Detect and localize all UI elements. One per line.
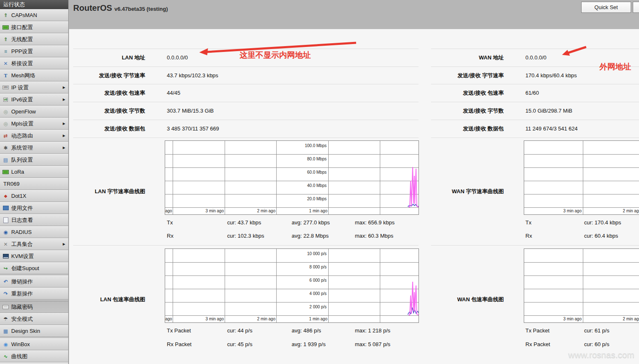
- sidebar-item-log[interactable]: 日志查看: [0, 214, 68, 226]
- sidebar-item-redo[interactable]: 重新操作: [0, 288, 68, 300]
- dot1x-icon: [2, 193, 9, 199]
- sidebar-item-tr069[interactable]: TR069: [0, 178, 68, 190]
- sidebar-item-tools[interactable]: 工具集合: [0, 238, 68, 250]
- submenu-arrow-icon: [63, 134, 65, 138]
- wan-annotation-arrow: [568, 47, 586, 53]
- sidebar-item-design-skin[interactable]: Design Skin: [0, 325, 68, 337]
- partial-button[interactable]: [633, 2, 639, 13]
- sidebar-item-files[interactable]: 使用文件: [0, 202, 68, 214]
- log-icon: [2, 217, 9, 224]
- sidebar-item-undo[interactable]: 撤销操作: [0, 275, 68, 288]
- sidebar-item-partial[interactable]: [0, 362, 68, 364]
- redo-icon: [2, 290, 9, 297]
- sidebar-item-kvm[interactable]: KVM设置: [0, 250, 68, 262]
- sidebar-item-make-supout[interactable]: 创建Supout: [0, 262, 68, 274]
- sidebar-item-bridge[interactable]: 桥接设置: [0, 57, 68, 69]
- gridline: [583, 141, 583, 214]
- safe-mode-icon: [2, 316, 9, 322]
- capsman-icon: [2, 12, 9, 19]
- sidebar-item-wireless[interactable]: 无线配置: [0, 33, 68, 45]
- sidebar-item-dot1x[interactable]: Dot1X: [0, 190, 68, 202]
- lan-byte-rate-row: 发送/接收 字节速率43.7 kbps/102.3 kbps: [73, 66, 218, 84]
- x-tick: 1 min ago: [277, 209, 327, 213]
- wan-packet-rate-row: 发送/接收 包速率61/60: [432, 84, 539, 102]
- wan-tx-stats: Tx cur: 170.4 kbps: [525, 218, 639, 227]
- sidebar-item-ip[interactable]: IP 设置: [0, 81, 68, 93]
- routing-icon: [2, 133, 9, 139]
- divider: [431, 245, 639, 246]
- wan-address-row: WAN 地址0.0.0.0/0: [432, 49, 547, 66]
- submenu-arrow-icon: [63, 86, 65, 89]
- app-title: RouterOS v6.47beta35 (testing): [73, 3, 168, 13]
- sidebar-item-queues[interactable]: 队列设置: [0, 154, 68, 166]
- submenu-arrow-icon: [63, 242, 65, 246]
- lan-bytes-row: 发送/接收 字节数303.7 MiB/15.3 GiB: [73, 102, 214, 120]
- wan-byte-rate-row: 发送/接收 字节速率170.4 kbps/60.4 kbps: [432, 66, 577, 84]
- sidebar-item-graphs[interactable]: 曲线图: [0, 350, 68, 362]
- x-tick: 3 min ago: [173, 209, 224, 213]
- wan-annotation-arrowhead: [562, 50, 570, 56]
- queues-icon: [2, 157, 9, 163]
- lan-rx-stats: Rx cur: 102.3 kbps avg: 22.8 Mbps max: 6…: [167, 231, 425, 241]
- lan-byte-graph: 100.0 Mbps 80.0 Mbps 60.0 Mbps 40.0 Mbps…: [165, 140, 419, 215]
- wan-bytes-row: 发送/接收 字节数15.0 GiB/298.7 MiB: [432, 102, 572, 120]
- gridline: [524, 154, 639, 155]
- hide-passwords-icon: [2, 304, 9, 310]
- gridline: [524, 289, 639, 289]
- x-tick: 3 min ago: [173, 317, 224, 321]
- x-tick: 1 min ago: [277, 317, 327, 321]
- sidebar-title-status: 运行状态: [0, 0, 68, 9]
- sidebar-item-system[interactable]: 系统管理: [0, 142, 68, 154]
- sidebar-item-openflow[interactable]: OpenFlow: [0, 106, 68, 118]
- sidebar-item-routing[interactable]: 动态路由: [0, 130, 68, 142]
- x-tick: 2 min ago: [583, 317, 639, 321]
- gridline: [524, 262, 639, 263]
- bridge-icon: [2, 60, 9, 67]
- sidebar-item-safe-mode[interactable]: 安全模式: [0, 313, 68, 325]
- quick-set-button[interactable]: Quick Set: [581, 2, 631, 13]
- lan-packet-graph-title: LAN 包速率曲线图: [73, 296, 145, 303]
- graphs-icon: [2, 353, 9, 360]
- sidebar-item-lora[interactable]: LoRa: [0, 166, 68, 178]
- sidebar-item-ppp[interactable]: PPP设置: [0, 45, 68, 57]
- tools-icon: [2, 241, 9, 248]
- x-tick: ago: [165, 209, 172, 213]
- mpls-icon: [2, 121, 9, 127]
- design-skin-icon: [2, 328, 9, 334]
- gridline: [524, 181, 639, 181]
- radius-icon: [2, 229, 9, 236]
- wan-byte-graph-title: WAN 字节速率曲线图: [432, 188, 504, 195]
- lan-address-row: LAN 地址0.0.0.0/0: [73, 49, 188, 66]
- app-version: v6.47beta35 (testing): [114, 6, 168, 12]
- sidebar-item-capsman[interactable]: CAPsMAN: [0, 9, 68, 21]
- sidebar-item-radius[interactable]: RADIUS: [0, 226, 68, 238]
- x-axis: 3 min ago 2 min ago: [524, 315, 639, 322]
- winbox-icon: [2, 341, 9, 348]
- wan-packet-graph: 3 min ago 2 min ago: [524, 248, 639, 323]
- sidebar-item-mpls[interactable]: Mpls设置: [0, 118, 68, 130]
- ipv6-icon: [2, 96, 9, 103]
- lan-rx-packet-stats: Rx Packet cur: 45 p/s avg: 1 939 p/s max…: [167, 340, 425, 349]
- system-icon: [2, 145, 9, 151]
- divider: [431, 138, 639, 138]
- x-axis: ago 3 min ago 2 min ago 1 min ago: [165, 315, 419, 322]
- submenu-arrow-icon: [63, 98, 65, 101]
- wan-packet-graph-title: WAN 包速率曲线图: [432, 296, 504, 303]
- sidebar-item-ipv6[interactable]: IPv6设置: [0, 93, 68, 106]
- wan-byte-graph: 3 min ago 2 min ago: [524, 140, 639, 215]
- lan-packet-graph: 10 000 p/s 8 000 p/s 6 000 p/s 4 000 p/s…: [165, 248, 419, 323]
- lan-packet-graph-plot: [165, 249, 419, 315]
- wan-rx-stats: Rx cur: 60.4 kbps: [525, 231, 639, 241]
- sidebar-item-winbox[interactable]: WinBox: [0, 338, 68, 350]
- lan-byte-graph-title: LAN 字节速率曲线图: [73, 188, 145, 195]
- x-tick: 2 min ago: [225, 317, 275, 321]
- lan-packet-rate-row: 发送/接收 包速率44/45: [73, 84, 181, 102]
- wireless-icon: [2, 36, 9, 43]
- sidebar-item-hide-passwords[interactable]: 隐藏密码: [0, 301, 68, 313]
- x-axis: ago 3 min ago 2 min ago 1 min ago: [165, 207, 419, 214]
- status-page: LAN 地址0.0.0.0/0 发送/接收 字节速率43.7 kbps/102.…: [69, 29, 639, 364]
- sidebar-item-mesh[interactable]: Mesh网络: [0, 69, 68, 81]
- files-icon: [2, 205, 9, 212]
- sidebar-item-interfaces[interactable]: 接口配置: [0, 21, 68, 33]
- divider: [73, 138, 419, 138]
